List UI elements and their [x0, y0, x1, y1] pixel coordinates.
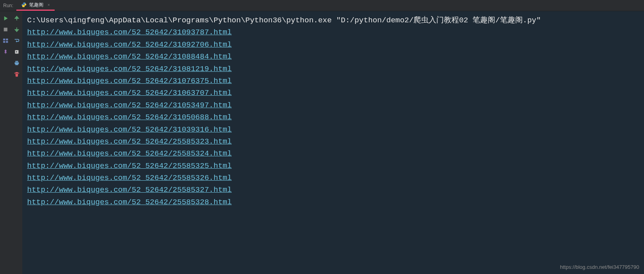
run-button[interactable]: [2, 14, 10, 22]
console-link[interactable]: http://www.biquges.com/52_52642/25585323…: [27, 137, 232, 146]
console-gutter: [11, 11, 22, 274]
console-command-line: C:\Users\qingfeng\AppData\Local\Programs…: [27, 14, 639, 26]
close-icon[interactable]: ×: [46, 3, 50, 7]
run-label: Run:: [0, 3, 16, 8]
console-link[interactable]: http://www.biquges.com/52_52642/25585327…: [27, 185, 232, 194]
svg-rect-4: [6, 41, 8, 43]
console-link[interactable]: http://www.biquges.com/52_52642/31063707…: [27, 89, 232, 97]
console-output[interactable]: C:\Users\qingfeng\AppData\Local\Programs…: [22, 11, 644, 274]
console-link[interactable]: http://www.biquges.com/52_52642/31039316…: [27, 125, 232, 134]
console-link[interactable]: http://www.biquges.com/52_52642/25585324…: [27, 149, 232, 158]
console-link[interactable]: http://www.biquges.com/52_52642/31076375…: [27, 77, 232, 85]
console-link[interactable]: http://www.biquges.com/52_52642/31081219…: [27, 65, 232, 73]
console-link[interactable]: http://www.biquges.com/52_52642/25585325…: [27, 162, 232, 170]
stop-button[interactable]: [2, 26, 10, 34]
svg-rect-1: [3, 39, 5, 40]
console-link[interactable]: http://www.biquges.com/52_52642/31093787…: [27, 28, 232, 37]
svg-rect-0: [4, 28, 8, 32]
trash-icon[interactable]: [13, 70, 21, 78]
run-tab[interactable]: 笔趣阁 ×: [16, 0, 55, 11]
console-link[interactable]: http://www.biquges.com/52_52642/31050688…: [27, 113, 232, 122]
console-link[interactable]: http://www.biquges.com/52_52642/25585326…: [27, 173, 232, 182]
run-header: Run: 笔趣阁 ×: [0, 0, 644, 11]
run-sidebar: [0, 11, 11, 274]
pin-button[interactable]: [2, 48, 10, 56]
tab-title: 笔趣阁: [29, 2, 43, 8]
svg-rect-3: [3, 41, 5, 43]
console-link[interactable]: http://www.biquges.com/52_52642/25585328…: [27, 198, 232, 207]
print-icon[interactable]: [13, 59, 21, 67]
svg-rect-2: [6, 39, 8, 40]
console-link[interactable]: http://www.biquges.com/52_52642/31092706…: [27, 40, 232, 49]
down-arrow-icon[interactable]: [13, 26, 21, 34]
scroll-to-end-icon[interactable]: [13, 48, 21, 56]
python-icon: [21, 2, 27, 8]
console-link[interactable]: http://www.biquges.com/52_52642/31088484…: [27, 52, 232, 61]
soft-wrap-icon[interactable]: [13, 37, 21, 45]
console-link[interactable]: http://www.biquges.com/52_52642/31053497…: [27, 101, 232, 110]
layout-button[interactable]: [2, 37, 10, 45]
up-arrow-icon[interactable]: [13, 14, 21, 22]
watermark: https://blog.csdn.net/fei347795790: [560, 264, 639, 270]
content-wrapper: C:\Users\qingfeng\AppData\Local\Programs…: [0, 11, 644, 274]
